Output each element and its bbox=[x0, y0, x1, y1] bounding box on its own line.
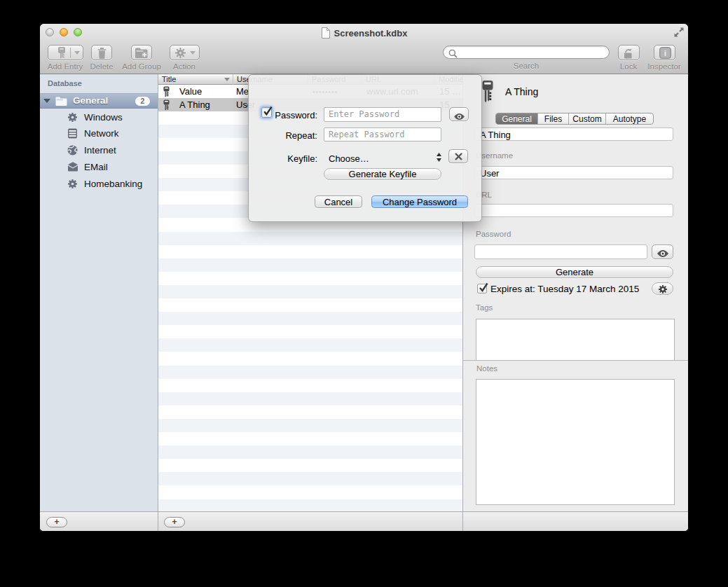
action-button[interactable]: Action bbox=[153, 45, 216, 71]
trash-icon bbox=[97, 48, 107, 62]
sidebar-item-label: Internet bbox=[84, 145, 116, 156]
sidebar-group-label: General bbox=[73, 95, 108, 106]
inspector-panel: A Thing GeneralFilesCustomAutotype A Thi… bbox=[463, 74, 688, 511]
column-header-title[interactable]: Title bbox=[158, 74, 233, 85]
sidebar-divider[interactable] bbox=[158, 74, 158, 531]
clear-keyfile-button[interactable] bbox=[448, 149, 468, 163]
sidebar: Database General 2 WindowsNetworkInterne… bbox=[40, 74, 158, 511]
table-empty-row bbox=[158, 258, 462, 272]
popover-password-input[interactable]: Enter Password bbox=[324, 107, 441, 122]
table-empty-row bbox=[158, 499, 462, 511]
folder-plus-icon bbox=[135, 48, 149, 62]
search-label: Search bbox=[443, 62, 610, 70]
generate-button[interactable]: Generate bbox=[476, 266, 673, 278]
popover-keyfile-label: Keyfile: bbox=[263, 153, 317, 164]
dropdown-arrow-icon bbox=[190, 51, 195, 55]
eye-icon bbox=[657, 248, 669, 261]
table-empty-row bbox=[158, 338, 462, 352]
repeat-placeholder: Repeat Password bbox=[324, 128, 441, 141]
reveal-password-button[interactable] bbox=[652, 244, 673, 259]
tab-custom[interactable]: Custom bbox=[569, 113, 606, 124]
tab-files[interactable]: Files bbox=[538, 113, 569, 124]
search-input[interactable] bbox=[443, 46, 610, 59]
cell-title: A Thing bbox=[179, 99, 233, 110]
add-group-plus-button[interactable]: + bbox=[46, 517, 67, 527]
folder-icon bbox=[55, 96, 67, 109]
window-title: Screenshot.kdbx bbox=[334, 28, 408, 39]
table-empty-row bbox=[158, 298, 462, 312]
add-entry-plus-button[interactable]: + bbox=[164, 517, 185, 527]
table-empty-row bbox=[158, 406, 462, 419]
svg-text:i: i bbox=[664, 50, 666, 57]
app-window: Screenshot.kdbx Add Entry Delete Add Gro… bbox=[40, 24, 688, 531]
table-empty-row bbox=[158, 352, 462, 366]
sidebar-item-label: EMail bbox=[84, 162, 108, 172]
expires-checkbox[interactable] bbox=[477, 284, 487, 294]
search-icon bbox=[448, 48, 458, 61]
envelope-icon bbox=[67, 162, 78, 174]
sidebar-item-internet[interactable]: Internet bbox=[40, 142, 158, 159]
count-badge: 2 bbox=[135, 97, 150, 106]
gear-icon bbox=[174, 47, 186, 62]
tags-field[interactable] bbox=[476, 319, 675, 360]
table-empty-row bbox=[158, 432, 462, 446]
cancel-button[interactable]: Cancel bbox=[315, 195, 362, 208]
notes-field[interactable] bbox=[476, 379, 675, 505]
table-empty-row bbox=[158, 232, 462, 245]
popover-reveal-button[interactable] bbox=[449, 107, 469, 121]
keyfile-popup[interactable]: Choose… bbox=[329, 153, 369, 164]
table-empty-row bbox=[158, 472, 462, 485]
sidebar-item-windows[interactable]: Windows bbox=[40, 109, 158, 126]
table-empty-row bbox=[158, 486, 462, 499]
table-empty-row bbox=[158, 446, 462, 459]
inspector-splitter[interactable] bbox=[463, 360, 688, 361]
sidebar-item-label: Windows bbox=[84, 112, 123, 123]
expires-label: Expires at: Tuesday 17 March 2015 bbox=[490, 284, 639, 294]
popover-repeat-input[interactable]: Repeat Password bbox=[324, 127, 441, 141]
tab-general[interactable]: General bbox=[496, 113, 538, 124]
tab-autotype[interactable]: Autotype bbox=[606, 113, 653, 124]
cell-title: Value bbox=[179, 86, 233, 97]
sidebar-item-label: Homebanking bbox=[84, 179, 142, 189]
sort-indicator-icon bbox=[224, 78, 230, 81]
sidebar-group-general[interactable]: General 2 bbox=[40, 93, 158, 109]
key-icon bbox=[482, 81, 493, 106]
table-empty-row bbox=[158, 312, 462, 325]
sidebar-item-network[interactable]: Network bbox=[40, 125, 158, 142]
globe-icon bbox=[67, 145, 78, 158]
username-field[interactable]: User bbox=[474, 166, 673, 179]
info-icon: i bbox=[659, 47, 671, 62]
table-empty-row bbox=[158, 379, 462, 392]
key-icon bbox=[57, 47, 66, 62]
table-empty-row bbox=[158, 272, 462, 285]
password-placeholder: Enter Password bbox=[324, 108, 441, 121]
x-icon bbox=[454, 152, 463, 163]
gear-icon bbox=[67, 179, 78, 192]
fullscreen-icon[interactable] bbox=[674, 27, 684, 40]
notes-label: Notes bbox=[476, 364, 497, 373]
inspector-button[interactable]: i Inspector bbox=[633, 45, 688, 71]
table-empty-row bbox=[158, 325, 462, 338]
stepper-arrows-icon[interactable] bbox=[436, 152, 442, 165]
title-field[interactable]: A Thing bbox=[474, 127, 673, 141]
table-empty-row bbox=[158, 366, 462, 379]
generate-keyfile-button[interactable]: Generate Keyfile bbox=[324, 168, 441, 180]
document-proxy-icon[interactable] bbox=[321, 27, 330, 41]
sidebar-item-homebanking[interactable]: Homebanking bbox=[40, 176, 158, 193]
table-empty-row bbox=[158, 419, 462, 432]
disclosure-triangle-icon[interactable] bbox=[43, 99, 50, 103]
password-settings-button[interactable] bbox=[652, 282, 673, 295]
inspector-tabs: GeneralFilesCustomAutotype bbox=[495, 113, 654, 125]
table-empty-row bbox=[158, 245, 462, 258]
change-password-button[interactable]: Change Password bbox=[371, 195, 468, 208]
titlebar: Screenshot.kdbx bbox=[40, 27, 688, 39]
password-field[interactable] bbox=[474, 244, 647, 259]
gear-icon bbox=[658, 284, 668, 296]
url-field[interactable] bbox=[474, 204, 673, 217]
table-empty-row bbox=[158, 392, 462, 406]
tags-label: Tags bbox=[476, 303, 493, 312]
key-icon bbox=[163, 99, 170, 113]
sidebar-item-email[interactable]: EMail bbox=[40, 159, 158, 176]
password-label: Password bbox=[476, 230, 511, 238]
server-icon bbox=[67, 128, 78, 141]
